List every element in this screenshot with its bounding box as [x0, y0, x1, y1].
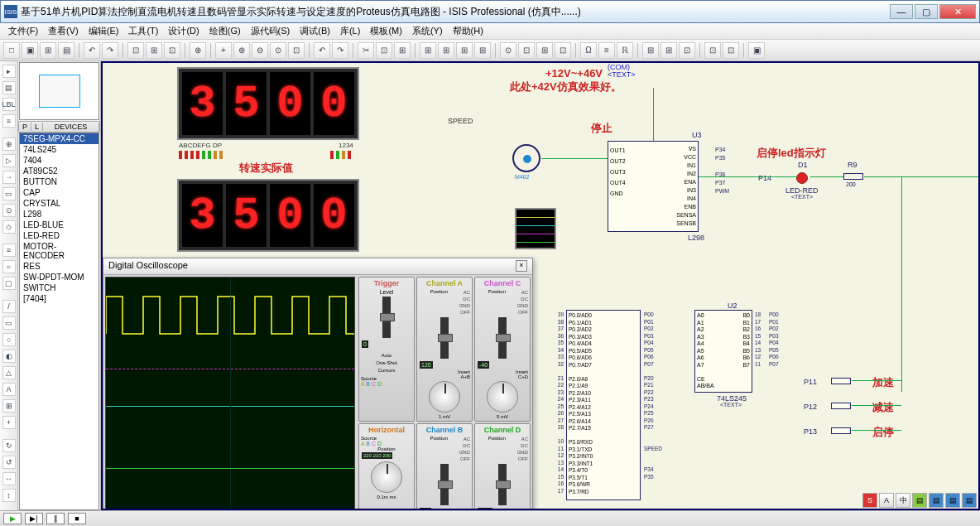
button-decel[interactable]	[831, 401, 851, 411]
device-item[interactable]: CRYSTAL	[20, 198, 98, 209]
toolbar-btn[interactable]: ≡	[598, 42, 615, 59]
menu-查看(V)[interactable]: 查看(V)	[43, 25, 84, 37]
menu-编辑(E)[interactable]: 编辑(E)	[84, 25, 124, 37]
sidebar-tool[interactable]: ▸	[2, 65, 16, 78]
sidebar-tool[interactable]: ▭	[2, 187, 16, 200]
ch-d-pos-slider[interactable]	[498, 464, 507, 505]
cursors-label[interactable]: Cursors	[361, 367, 412, 374]
ime-a-button[interactable]: A	[879, 493, 894, 508]
ch-b-pos-slider[interactable]	[440, 464, 449, 505]
auto-label[interactable]: Auto	[361, 352, 412, 360]
device-item[interactable]: L298	[20, 209, 98, 220]
toolbar-btn[interactable]: ↷	[332, 42, 348, 59]
menu-模板(M)[interactable]: 模板(M)	[365, 25, 407, 37]
oneshot-label[interactable]: One-Shot	[361, 360, 412, 367]
sidebar-tool[interactable]: ▢	[2, 277, 16, 290]
sidebar-tool[interactable]: LBL	[2, 98, 16, 111]
toolbar-btn[interactable]: ⊞	[420, 42, 436, 59]
maximize-button[interactable]: ▢	[915, 4, 938, 19]
sidebar-tool[interactable]: /	[2, 300, 16, 313]
sidebar-tool[interactable]: ↕	[2, 489, 16, 502]
button-accel[interactable]	[831, 376, 851, 386]
toolbar-btn[interactable]: ⊡	[164, 42, 180, 59]
toolbar-btn[interactable]: ⊡	[288, 42, 305, 59]
sidebar-tool[interactable]: →	[2, 171, 16, 184]
motor-icon[interactable]	[512, 144, 540, 172]
sidebar-tool[interactable]: ⊞	[2, 399, 16, 413]
ime-4-button[interactable]: ▤	[929, 493, 944, 508]
device-item[interactable]: [7404]	[20, 293, 98, 304]
device-item[interactable]: 74LS245	[20, 144, 98, 155]
toolbar-btn[interactable]: ⊞	[642, 42, 659, 59]
device-item[interactable]: SWITCH	[20, 282, 98, 293]
menu-工具(T)[interactable]: 工具(T)	[123, 25, 163, 37]
menu-库(L)[interactable]: 库(L)	[335, 25, 365, 37]
toolbar-btn[interactable]: ⊙	[270, 42, 286, 59]
button-startstop[interactable]	[831, 426, 851, 436]
toolbar-btn[interactable]: ⊞	[456, 42, 473, 59]
menu-设计(D)[interactable]: 设计(D)	[163, 25, 204, 37]
ch-c-pos-slider[interactable]	[498, 317, 507, 359]
trigger-level-slider[interactable]	[382, 297, 391, 338]
sidebar-tool[interactable]: ○	[2, 333, 16, 346]
ime-zh-button[interactable]: 中	[896, 493, 910, 508]
device-item[interactable]: 7404	[20, 155, 98, 166]
ab-label[interactable]: A+B	[419, 374, 470, 379]
toolbar-btn[interactable]: ⊞	[536, 42, 553, 59]
ime-5-button[interactable]: ▤	[945, 493, 960, 508]
chip-mcu[interactable]: P0.0/AD0P0.1/AD1P0.2/AD2P0.3/AD3P0.4/AD4…	[566, 310, 641, 500]
device-list[interactable]: 7SEG-MPX4-CC74LS2457404AT89C52BUTTONCAPC…	[19, 133, 99, 510]
sidebar-tool[interactable]: ◐	[2, 350, 16, 363]
toolbar-btn[interactable]: ⊞	[146, 42, 162, 59]
ch-a-pos-slider[interactable]	[440, 317, 449, 359]
sidebar-tool[interactable]: ◇	[2, 220, 16, 234]
scope-preview[interactable]	[515, 208, 556, 249]
overview-panel[interactable]	[19, 62, 99, 120]
minimize-button[interactable]: —	[890, 4, 913, 19]
toolbar-btn[interactable]: ⊖	[252, 42, 268, 59]
scope-screen[interactable]	[105, 277, 355, 510]
device-item[interactable]: MOTOR-ENCODER	[20, 241, 98, 261]
sidebar-tool[interactable]: ↔	[2, 472, 16, 485]
toolbar-btn[interactable]: ⊡	[679, 42, 695, 59]
scope-titlebar[interactable]: Digital Oscilloscope ×	[103, 258, 532, 275]
ctrl-channel-c[interactable]: Channel C PositionACDCGNDOFF -40 Invert …	[474, 277, 531, 422]
toolbar-btn[interactable]: ⊞	[661, 42, 677, 59]
sidebar-tool[interactable]: ▤	[2, 81, 16, 94]
play-button[interactable]: ▶	[3, 513, 22, 524]
ctrl-channel-a[interactable]: Channel A PositionACDCGNDOFF 120 Invert …	[416, 277, 473, 422]
ctrl-horizontal[interactable]: Horizontal Source A B C D Position 220 2…	[358, 423, 415, 510]
stop-button[interactable]: ■	[68, 513, 86, 524]
scope-close-button[interactable]: ×	[516, 260, 527, 272]
sidebar-tool[interactable]: ≡	[2, 114, 16, 128]
toolbar-btn[interactable]: ↶	[84, 42, 100, 59]
close-button[interactable]: ✕	[939, 4, 976, 19]
sidebar-tool[interactable]: ▷	[2, 154, 16, 167]
ime-6-button[interactable]: ▤	[962, 493, 977, 508]
step-button[interactable]: ▶|	[25, 513, 43, 524]
toolbar-btn[interactable]: ⊕	[190, 42, 206, 59]
chip-u2[interactable]: A0A1A2A3A4A5A6A7 CEAB/BA B0B1B2B3B4B5B6B…	[694, 310, 752, 393]
schematic-canvas[interactable]: 3 5 0 0 ABCDEFG DP 1234 转速实际值 3 5 0 0 +1…	[101, 61, 980, 510]
menu-帮助(H)[interactable]: 帮助(H)	[448, 25, 488, 37]
menu-绘图(G)[interactable]: 绘图(G)	[204, 25, 246, 37]
sidebar-tool[interactable]: =	[2, 260, 16, 273]
sidebar-tool[interactable]: ↺	[2, 456, 16, 469]
menu-系统(Y)[interactable]: 系统(Y)	[407, 25, 448, 37]
toolbar-btn[interactable]: ⊡	[704, 42, 721, 59]
ime-s-button[interactable]: S	[862, 493, 877, 508]
sidebar-tool[interactable]: △	[2, 366, 16, 379]
sidebar-tool[interactable]: ⊕	[2, 138, 16, 151]
toolbar-btn[interactable]: ⊞	[394, 42, 411, 59]
ime-kb-button[interactable]: ▤	[912, 493, 927, 508]
sidebar-tool[interactable]: A	[2, 383, 16, 396]
device-item[interactable]: 7SEG-MPX4-CC	[20, 133, 98, 144]
toolbar-btn[interactable]: ⊕	[233, 42, 250, 59]
toolbar-btn[interactable]: ↶	[314, 42, 330, 59]
toolbar-btn[interactable]: □	[3, 42, 20, 59]
toolbar-btn[interactable]: ▤	[58, 42, 74, 59]
device-item[interactable]: LED-BLUE	[20, 220, 98, 230]
device-l-tab[interactable]: L	[31, 123, 43, 131]
ctrl-trigger[interactable]: Trigger Level 0 Auto One-Shot Cursors So…	[358, 277, 415, 422]
sidebar-tool[interactable]: ⊙	[2, 204, 16, 217]
